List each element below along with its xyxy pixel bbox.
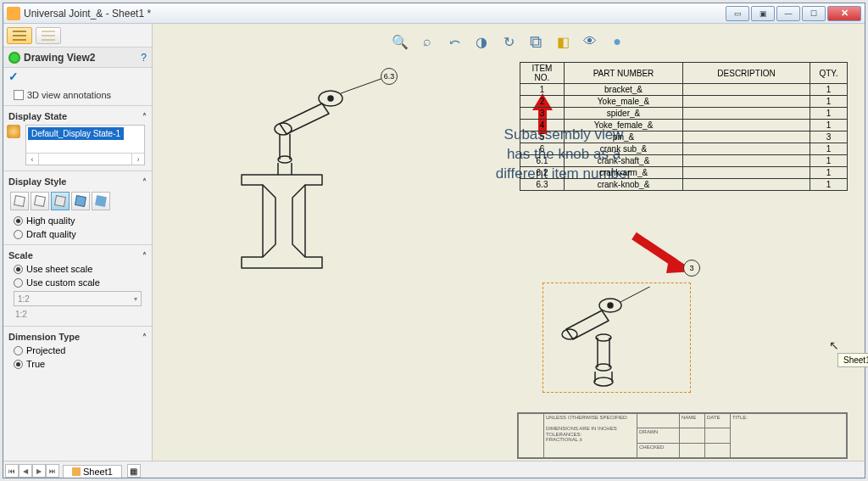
help-icon[interactable]: ? (141, 52, 147, 64)
maximize-button[interactable]: ☐ (802, 6, 826, 21)
style-shaded-edges-icon[interactable] (71, 192, 90, 210)
add-sheet-button[interactable]: ▦ (127, 464, 141, 478)
heads-up-toolbar: 🔍 ⌕ ⤺ ◑ ↻ ⧉ ◧ 👁 ● (391, 32, 626, 51)
true-radio[interactable]: True (5, 357, 150, 371)
table-row[interactable]: 6.3crank-knob_&1 (520, 179, 848, 191)
cube-icon[interactable]: ◧ (554, 32, 572, 51)
subassembly-view[interactable] (551, 287, 687, 389)
table-row[interactable]: 1bracket_&1 (520, 84, 848, 96)
table-row[interactable]: 6.1crank-shaft_&1 (520, 155, 848, 167)
dimension-type-header[interactable]: Dimension Type˄ (5, 330, 150, 344)
sheet-tooltip: Sheet1 (837, 353, 868, 367)
svg-point-1 (328, 96, 333, 101)
table-row[interactable]: 6crank sub_&1 (520, 143, 848, 155)
style-hidden-icon[interactable] (31, 192, 49, 210)
table-row[interactable]: 3spider_&1 (520, 108, 848, 120)
minimize-button[interactable]: — (776, 6, 800, 21)
svg-point-6 (608, 303, 613, 308)
property-manager-panel: Drawing View2 ? 3D view annotations Disp… (3, 24, 153, 478)
titlebar: Universal Joint_& - Sheet1 * ▭ ▣ — ☐ (3, 3, 865, 24)
display-icon[interactable]: ⧉ (526, 32, 545, 51)
use-custom-scale-radio[interactable]: Use custom scale (5, 276, 150, 289)
zoom-prev-icon[interactable]: ⤺ (445, 32, 464, 51)
panel-title: Drawing View2 (24, 52, 137, 64)
display-state-list[interactable]: Default_Display State-1 ‹› (25, 125, 145, 165)
bom-h-part: PART NUMBER (565, 63, 683, 84)
table-row[interactable]: 2Yoke_male_&1 (520, 96, 848, 108)
rotate-icon[interactable]: ↻ (499, 32, 518, 51)
drawing-canvas[interactable]: 🔍 ⌕ ⤺ ◑ ↻ ⧉ ◧ 👁 ● (153, 24, 865, 478)
svg-point-10 (594, 378, 613, 386)
draft-quality-radio[interactable]: Draft quality (5, 227, 150, 241)
style-shaded-icon[interactable] (92, 192, 110, 210)
projected-radio[interactable]: Projected (5, 344, 150, 357)
svg-line-4 (341, 77, 386, 93)
display-style-icons (5, 188, 150, 214)
table-row[interactable]: 4Yoke_female_&1 (520, 120, 848, 131)
bottom-tab-bar: ⏮ ◀ ▶ ⏭ Sheet1 ▦ (3, 461, 865, 478)
sheet-icon (72, 467, 81, 476)
scale-combo[interactable]: 1:2▾ (14, 291, 142, 306)
panel-header: Drawing View2 ? (3, 48, 152, 68)
bom-h-qty: QTY. (810, 63, 848, 84)
bom-h-item: ITEM NO. (520, 63, 565, 84)
sheet-tab-label: Sheet1 (83, 467, 113, 477)
tab-nav-first[interactable]: ⏮ (5, 464, 19, 478)
style-wireframe-icon[interactable] (10, 192, 29, 210)
window-title: Universal Joint_& - Sheet1 * (24, 8, 724, 20)
globe-icon[interactable]: ● (608, 32, 626, 51)
zoom-fit-icon[interactable]: 🔍 (391, 32, 409, 51)
window-button-2[interactable]: ▣ (751, 6, 775, 21)
app-window: Universal Joint_& - Sheet1 * ▭ ▣ — ☐ Dra… (3, 3, 865, 478)
panel-toggle-list[interactable] (36, 27, 61, 44)
display-state-header[interactable]: Display State˄ (5, 109, 150, 123)
display-state-icon (7, 125, 20, 138)
window-button-1[interactable]: ▭ (726, 6, 749, 21)
panel-toggle-grid[interactable] (7, 27, 32, 44)
view-icon (8, 52, 20, 64)
balloon-main[interactable]: 6.3 (381, 68, 398, 85)
3d-annotations-checkbox[interactable]: 3D view annotations (5, 88, 150, 102)
scale-value: 1:2 (14, 308, 142, 321)
bom-h-desc: DESCRIPTION (683, 63, 810, 84)
tab-nav-prev[interactable]: ◀ (19, 464, 32, 478)
eye-icon[interactable]: 👁 (581, 32, 599, 51)
ok-checkmark[interactable] (3, 68, 152, 85)
table-row[interactable]: 6.2crank-arm_&1 (520, 167, 848, 179)
scale-header[interactable]: Scale˄ (5, 249, 150, 262)
high-quality-radio[interactable]: High quality (5, 214, 150, 227)
balloon-sub[interactable]: 3 (683, 260, 700, 277)
cursor-icon: ↖ (829, 338, 839, 353)
main-assembly-view[interactable] (195, 75, 390, 287)
bom-table[interactable]: ITEM NO. PART NUMBER DESCRIPTION QTY. 1b… (520, 62, 848, 191)
close-button[interactable] (827, 6, 861, 21)
use-sheet-scale-radio[interactable]: Use sheet scale (5, 262, 150, 276)
section-icon[interactable]: ◑ (472, 32, 491, 51)
tab-nav-last[interactable]: ⏭ (46, 464, 59, 478)
sheet-tab[interactable]: Sheet1 (63, 465, 122, 478)
display-state-item[interactable]: Default_Display State-1 (28, 127, 124, 140)
table-row[interactable]: 5pin_&3 (520, 131, 848, 143)
title-block[interactable]: UNLESS OTHERWISE SPECIFIED: DIMENSIONS A… (517, 412, 848, 459)
zoom-area-icon[interactable]: ⌕ (418, 32, 437, 51)
style-hlr-icon[interactable] (51, 192, 70, 210)
display-style-header[interactable]: Display Style˄ (5, 175, 150, 188)
app-icon (7, 7, 20, 20)
tab-nav-next[interactable]: ▶ (32, 464, 46, 478)
svg-line-11 (620, 287, 682, 302)
